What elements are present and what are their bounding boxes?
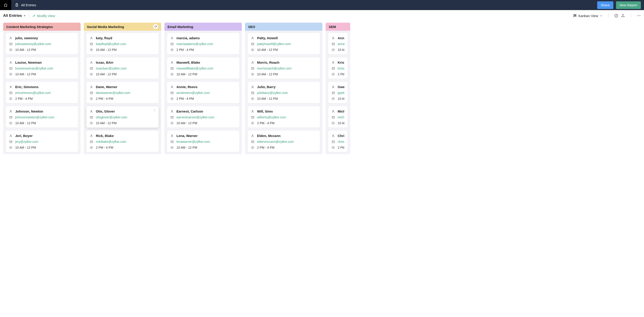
entries-dropdown[interactable]: All Entries (3, 14, 26, 18)
card-name: Julio, Barry (257, 85, 276, 89)
person-icon (332, 37, 335, 40)
column-header[interactable]: Email Marketing (164, 23, 242, 31)
svg-point-41 (154, 110, 155, 110)
card-email[interactable]: chriska (338, 140, 344, 143)
person-icon (251, 61, 254, 64)
column-header[interactable]: SEO (245, 23, 322, 31)
kanban-card[interactable]: Issac, BArrissacbarr@zylker.com10 AM - 1… (86, 57, 158, 79)
share-button[interactable]: Share (597, 1, 613, 9)
card-email[interactable]: gwebru (338, 91, 344, 95)
clock-icon (614, 14, 618, 18)
card-email[interactable]: otisglover@zylker.com (96, 115, 127, 119)
mail-icon (170, 116, 174, 119)
kanban-card[interactable]: Julio, Barryjuliobarry@zylker.com10 AM -… (248, 82, 320, 103)
card-time-row: 10 AM - 12 PM (170, 72, 236, 76)
card-email[interactable]: annaw (338, 42, 344, 46)
column-header[interactable]: Content Marketing Strategies (3, 23, 80, 31)
kanban-card[interactable]: Michelmichell10 AM (328, 106, 348, 128)
card-name: Issac, BArr (96, 61, 114, 64)
home-button[interactable] (0, 0, 11, 10)
card-time-row: 10 AM - 12 PM (251, 72, 317, 76)
column-header[interactable]: Social Media Marketing (84, 23, 161, 31)
share-icon-button[interactable] (621, 14, 625, 18)
svg-point-70 (172, 147, 172, 148)
kanban-card[interactable]: Morris, Roachmorrisroach@zylker.com10 AM… (248, 57, 320, 79)
card-email[interactable]: juliosweeney@zylker.com (15, 42, 51, 46)
history-button[interactable] (614, 14, 618, 18)
kanban-card[interactable]: Anna,annaw10 AM (328, 33, 348, 54)
card-email-row: danewarner@zylker.com (90, 91, 156, 95)
card-email[interactable]: pattyhowell@zylker.com (257, 42, 291, 46)
mail-icon (9, 91, 12, 95)
card-email[interactable]: marciaadams@zylker.com (176, 42, 213, 46)
kanban-card[interactable]: Will, Simswillsims@zylker.com2 PM - 4 PM (248, 106, 320, 128)
svg-point-36 (91, 86, 92, 87)
svg-point-66 (172, 123, 172, 123)
kanban-card[interactable]: Otis, Gloverotisglover@zylker.com10 AM -… (86, 106, 158, 128)
kanban-card[interactable]: Krista,krista@2 PM - (328, 57, 348, 79)
kanban-card[interactable]: Eric, Simmonsericsimmons@zylker.com2 PM … (6, 82, 78, 103)
card-name-row: Krista, (332, 61, 344, 64)
svg-point-102 (333, 98, 334, 99)
chevron-down-icon (600, 15, 602, 17)
column-header[interactable]: SEM (326, 23, 350, 31)
card-email[interactable]: issacbarr@zylker.com (96, 67, 126, 70)
kanban-card[interactable]: katy, floydkatyfloyd@zylker.com10 AM - 1… (86, 33, 158, 54)
card-email[interactable]: anniereevs@zylker.com (176, 91, 210, 95)
card-email[interactable]: eldenmccann@zylker.com (257, 140, 294, 143)
kanban-card[interactable]: Elden, Mccanneldenmccann@zylker.com2 PM … (248, 131, 320, 152)
card-email[interactable]: ericsimmons@zylker.com (15, 91, 51, 95)
card-email[interactable]: rickblake@zylker.com (96, 140, 126, 143)
divider (608, 14, 608, 18)
svg-point-28 (91, 37, 92, 38)
svg-point-58 (172, 74, 172, 74)
mail-icon (332, 67, 335, 70)
card-name: Gwen, (338, 85, 344, 89)
kanban-board: Content Marketing Strategiesjulio, sween… (0, 21, 644, 157)
card-email[interactable]: katyfloyd@zylker.com (96, 42, 126, 46)
kanban-card[interactable]: Jeri, Boyerjery@zylker.com10 AM - 12 PM (6, 131, 78, 152)
kanban-card[interactable]: Johnson, Newtonjohnsonnewton@zylker.com1… (6, 106, 78, 128)
card-email[interactable]: danewarner@zylker.com (96, 91, 130, 95)
card-email[interactable]: morrisroach@zylker.com (257, 67, 292, 70)
new-report-button[interactable]: New Report (616, 1, 641, 9)
card-time-row: 10 AM (332, 97, 344, 100)
kanban-view-dropdown[interactable]: Kanban View (573, 14, 602, 18)
card-email[interactable]: louisenewman@zylker.com (15, 67, 53, 70)
more-button[interactable] (637, 14, 641, 18)
card-email[interactable]: jery@zylker.com (15, 140, 38, 143)
card-email[interactable]: earnestcarson@zylker.com (176, 115, 214, 119)
mail-icon (9, 140, 12, 143)
svg-point-46 (91, 123, 92, 123)
card-name-row: Patty, Howell (251, 36, 317, 40)
kanban-card[interactable]: Earnest, Carlsonearnestcarson@zylker.com… (167, 106, 239, 128)
kanban-card[interactable]: Lena, Warnerlenawarner@zylker.com10 AM -… (167, 131, 239, 152)
modify-view-link[interactable]: Modify View (32, 14, 55, 18)
kanban-card[interactable]: Patty, Howellpattyhowell@zylker.com10 AM… (248, 33, 320, 54)
card-email[interactable]: juliobarry@zylker.com (257, 91, 288, 95)
kanban-card[interactable]: Rick, Blakerickblake@zylker.com2 PM - 4 … (86, 131, 158, 152)
kanban-card[interactable]: Dane, Warnerdanewarner@zylker.com2 PM - … (86, 82, 158, 103)
card-menu-button[interactable] (153, 109, 156, 112)
kanban-card[interactable]: julio, sweeneyjuliosweeney@zylker.com10 … (6, 33, 78, 54)
kanban-card[interactable]: Annie, Reevsanniereevs@zylker.com2 PM - … (167, 82, 239, 103)
refresh-button[interactable] (153, 24, 158, 29)
card-email[interactable]: michell (338, 115, 344, 119)
kanban-card[interactable]: Chris,chriska2 PM - (328, 131, 348, 152)
kanban-column: Email Marketingmarcia, adamsmarciaadams@… (164, 23, 242, 154)
svg-point-16 (10, 86, 12, 87)
target-icon (332, 73, 335, 76)
card-email[interactable]: krista@ (338, 67, 344, 70)
svg-point-63 (172, 110, 173, 111)
card-email[interactable]: willsims@zylker.com (257, 115, 286, 119)
mail-icon (90, 140, 93, 143)
card-name-row: Gwen, (332, 85, 344, 89)
kanban-card[interactable]: Gwen,gwebru10 AM (328, 82, 348, 103)
kanban-card[interactable]: Louise, Newmanlouisenewman@zylker.com10 … (6, 57, 78, 79)
card-email[interactable]: johnsonnewton@zylker.com (15, 115, 54, 119)
person-icon (170, 61, 174, 64)
card-email[interactable]: maxwellblake@zylker.com (176, 67, 213, 70)
kanban-card[interactable]: marcia, adamsmarciaadams@zylker.com2 PM … (167, 33, 239, 54)
kanban-card[interactable]: Maxwell, Blakemaxwellblake@zylker.com10 … (167, 57, 239, 79)
card-email[interactable]: lenawarner@zylker.com (176, 140, 210, 143)
